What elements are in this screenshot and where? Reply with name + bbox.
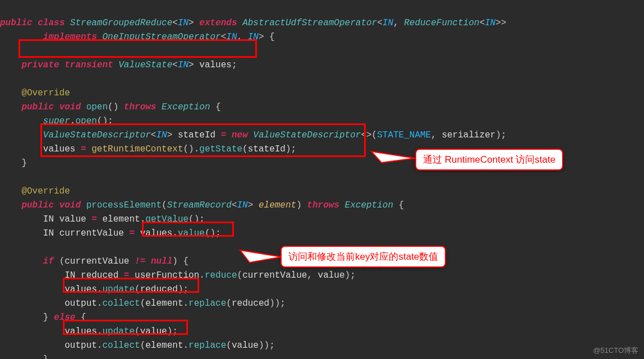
highlight-box <box>19 39 257 58</box>
callout-tail-icon <box>236 247 283 269</box>
highlight-box <box>142 222 234 237</box>
highlight-box <box>40 123 366 157</box>
highlight-box <box>63 320 188 335</box>
callout-state-modify: 访问和修改当前key对应的state数值 <box>280 246 446 268</box>
watermark-text: @51CTO博客 <box>593 346 638 356</box>
highlight-box <box>63 278 199 293</box>
kw-public: public <box>0 18 33 28</box>
callout-tail-icon <box>366 146 416 168</box>
callout-runtimecontext: 通过 RuntimeContext 访问state <box>415 149 563 171</box>
